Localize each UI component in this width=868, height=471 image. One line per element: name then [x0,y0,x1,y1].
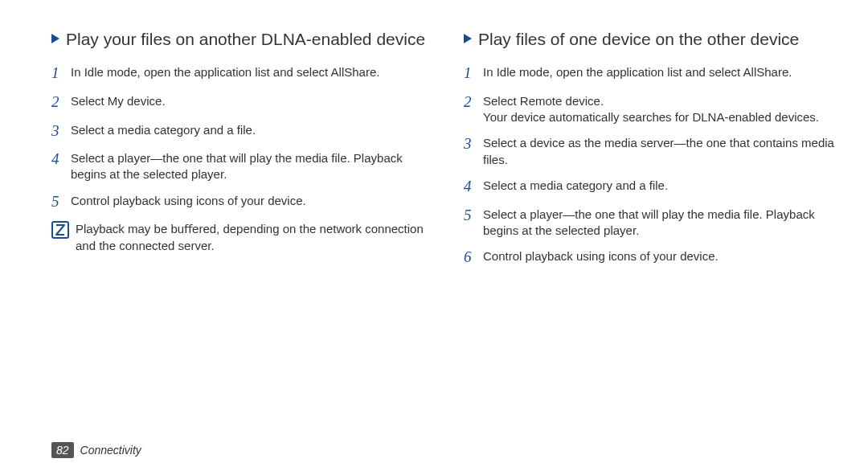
page-number: 82 [51,442,74,458]
step-text: Select a media category and a ﬁle. [483,176,668,194]
step-item: 4 Select a player—the one that will play… [51,149,428,183]
step-text: Control playback using icons of your dev… [483,247,719,264]
step-number: 5 [464,205,483,226]
note-block: Playback may be buﬀered, depending on th… [51,219,428,254]
step-text: Select My device. [71,92,166,109]
step-number: 6 [464,247,483,268]
step-text: In Idle mode, open the application list … [71,63,379,80]
step-number: 3 [464,133,483,154]
step-text: In Idle mode, open the application list … [483,63,792,80]
left-heading: Play your ﬁles on another DLNA-enabled d… [51,29,428,50]
step-number: 4 [464,176,483,197]
note-icon [51,221,69,239]
step-text: Select a media category and a ﬁle. [71,121,256,138]
step-item: 4 Select a media category and a ﬁle. [464,176,841,197]
step-item: 2 Select Remote device. Your device auto… [464,92,841,126]
left-heading-text: Play your ﬁles on another DLNA-enabled d… [66,30,425,48]
step-text: Select a player—the one that will play t… [483,205,841,240]
note-text: Playback may be buﬀered, depending on th… [76,219,428,254]
step-item: 1 In Idle mode, open the application lis… [464,63,841,84]
step-number: 3 [51,121,71,141]
right-column: Play ﬁles of one device on the other dev… [464,29,841,276]
step-number: 1 [51,63,71,84]
step-text: Select Remote device. Your device automa… [483,92,819,126]
left-column: Play your ﬁles on another DLNA-enabled d… [51,29,428,276]
step-item: 3 Select a media category and a ﬁle. [51,121,428,141]
step-number: 5 [51,191,71,212]
section-name: Connectivity [80,444,141,457]
step-number: 1 [464,63,483,84]
page-footer: 82 Connectivity [51,442,141,458]
arrow-icon [51,34,59,43]
step-item: 2 Select My device. [51,92,428,113]
step-number: 2 [464,92,483,113]
step-text: Control playback using icons of your dev… [71,191,306,209]
step-item: 5 Select a player—the one that will play… [464,205,841,240]
step-number: 4 [51,149,71,170]
step-item: 3 Select a device as the media server—th… [464,133,841,168]
page-content: Play your ﬁles on another DLNA-enabled d… [0,0,868,276]
arrow-icon [464,34,472,43]
right-heading-text: Play ﬁles of one device on the other dev… [478,30,799,48]
step-item: 5 Control playback using icons of your d… [51,191,428,212]
step-text: Select a device as the media server—the … [483,133,841,168]
step-number: 2 [51,92,71,113]
step-item: 6 Control playback using icons of your d… [464,247,841,268]
step-item: 1 In Idle mode, open the application lis… [51,63,428,84]
right-heading: Play ﬁles of one device on the other dev… [464,29,841,50]
step-text: Select a player—the one that will play t… [71,149,428,183]
